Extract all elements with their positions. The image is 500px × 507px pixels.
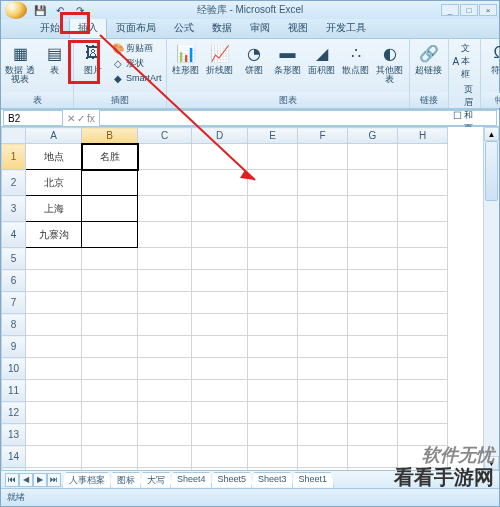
row-header-9[interactable]: 9 <box>2 336 26 358</box>
cell-D13[interactable] <box>192 424 248 446</box>
scroll-up-icon[interactable]: ▲ <box>484 127 499 141</box>
minimize-button[interactable]: _ <box>441 4 459 16</box>
tab-home[interactable]: 开始 <box>31 17 69 38</box>
cell-B10[interactable] <box>82 358 138 380</box>
maximize-button[interactable]: □ <box>460 4 478 16</box>
col-header-G[interactable]: G <box>348 128 398 144</box>
sheet-tab-1[interactable]: 图标 <box>110 472 142 488</box>
cell-A13[interactable] <box>26 424 82 446</box>
cell-F1[interactable] <box>298 144 348 170</box>
cell-A11[interactable] <box>26 380 82 402</box>
cell-D6[interactable] <box>192 270 248 292</box>
cell-C7[interactable] <box>138 292 192 314</box>
cell-D7[interactable] <box>192 292 248 314</box>
cell-G15[interactable] <box>348 468 398 471</box>
picture-button[interactable]: 🖼图片 <box>78 42 108 75</box>
cell-C13[interactable] <box>138 424 192 446</box>
cell-A8[interactable] <box>26 314 82 336</box>
cell-C8[interactable] <box>138 314 192 336</box>
cell-C11[interactable] <box>138 380 192 402</box>
col-header-C[interactable]: C <box>138 128 192 144</box>
cell-A6[interactable] <box>26 270 82 292</box>
cell-B5[interactable] <box>82 248 138 270</box>
cell-D3[interactable] <box>192 196 248 222</box>
sheet-tab-2[interactable]: 大写 <box>140 472 172 488</box>
save-icon[interactable]: 💾 <box>33 3 47 17</box>
row-header-10[interactable]: 10 <box>2 358 26 380</box>
redo-icon[interactable]: ↷ <box>73 3 87 17</box>
cell-G3[interactable] <box>348 196 398 222</box>
enter-icon[interactable]: ✓ <box>77 113 85 124</box>
cell-B9[interactable] <box>82 336 138 358</box>
cell-E11[interactable] <box>248 380 298 402</box>
textbox-button[interactable]: A文本框 <box>453 42 476 81</box>
row-header-6[interactable]: 6 <box>2 270 26 292</box>
cell-E8[interactable] <box>248 314 298 336</box>
row-header-2[interactable]: 2 <box>2 170 26 196</box>
row-header-3[interactable]: 3 <box>2 196 26 222</box>
cell-B8[interactable] <box>82 314 138 336</box>
tab-pagelayout[interactable]: 页面布局 <box>107 17 165 38</box>
cell-D9[interactable] <box>192 336 248 358</box>
tab-insert[interactable]: 插入 <box>69 17 107 38</box>
cell-F9[interactable] <box>298 336 348 358</box>
cell-E12[interactable] <box>248 402 298 424</box>
select-all-corner[interactable] <box>2 128 26 144</box>
cell-G1[interactable] <box>348 144 398 170</box>
row-header-1[interactable]: 1 <box>2 144 26 170</box>
cell-D4[interactable] <box>192 222 248 248</box>
cell-E13[interactable] <box>248 424 298 446</box>
cell-F7[interactable] <box>298 292 348 314</box>
cell-F11[interactable] <box>298 380 348 402</box>
smartart-button[interactable]: ◆SmartArt <box>112 72 162 84</box>
tab-formulas[interactable]: 公式 <box>165 17 203 38</box>
row-header-15[interactable]: 15 <box>2 468 26 471</box>
cell-G12[interactable] <box>348 402 398 424</box>
cell-E2[interactable] <box>248 170 298 196</box>
name-box[interactable]: B2 <box>3 110 63 126</box>
cell-A15[interactable] <box>26 468 82 471</box>
undo-icon[interactable]: ↶ <box>53 3 67 17</box>
cell-H10[interactable] <box>398 358 448 380</box>
table-button[interactable]: ▤表 <box>39 42 69 75</box>
cell-H14[interactable] <box>398 446 448 468</box>
office-button[interactable] <box>5 1 27 19</box>
cell-E4[interactable] <box>248 222 298 248</box>
cell-E1[interactable] <box>248 144 298 170</box>
hyperlink-button[interactable]: 🔗超链接 <box>414 42 444 75</box>
cell-G2[interactable] <box>348 170 398 196</box>
cell-B2[interactable] <box>82 170 138 196</box>
cell-C2[interactable] <box>138 170 192 196</box>
cell-H3[interactable] <box>398 196 448 222</box>
cell-A9[interactable] <box>26 336 82 358</box>
cell-C1[interactable] <box>138 144 192 170</box>
cell-C5[interactable] <box>138 248 192 270</box>
cell-D2[interactable] <box>192 170 248 196</box>
cell-H15[interactable] <box>398 468 448 471</box>
fx-icon[interactable]: fx <box>87 113 95 124</box>
cell-D8[interactable] <box>192 314 248 336</box>
cell-H9[interactable] <box>398 336 448 358</box>
cell-B7[interactable] <box>82 292 138 314</box>
sheet-tab-5[interactable]: Sheet3 <box>251 472 294 488</box>
cell-E10[interactable] <box>248 358 298 380</box>
cell-E5[interactable] <box>248 248 298 270</box>
cell-D14[interactable] <box>192 446 248 468</box>
pie-button[interactable]: ◔饼图 <box>239 42 269 75</box>
cell-G5[interactable] <box>348 248 398 270</box>
cell-G4[interactable] <box>348 222 398 248</box>
cell-H12[interactable] <box>398 402 448 424</box>
close-button[interactable]: × <box>479 4 497 16</box>
sheet-tab-4[interactable]: Sheet5 <box>211 472 254 488</box>
cell-A1[interactable]: 地点 <box>26 144 82 170</box>
cell-B6[interactable] <box>82 270 138 292</box>
cell-B3[interactable] <box>82 196 138 222</box>
cell-H2[interactable] <box>398 170 448 196</box>
vertical-scrollbar[interactable]: ▲ ▼ <box>483 127 499 470</box>
tab-data[interactable]: 数据 <box>203 17 241 38</box>
cell-G8[interactable] <box>348 314 398 336</box>
cell-E7[interactable] <box>248 292 298 314</box>
cell-E9[interactable] <box>248 336 298 358</box>
cell-B11[interactable] <box>82 380 138 402</box>
cell-C12[interactable] <box>138 402 192 424</box>
